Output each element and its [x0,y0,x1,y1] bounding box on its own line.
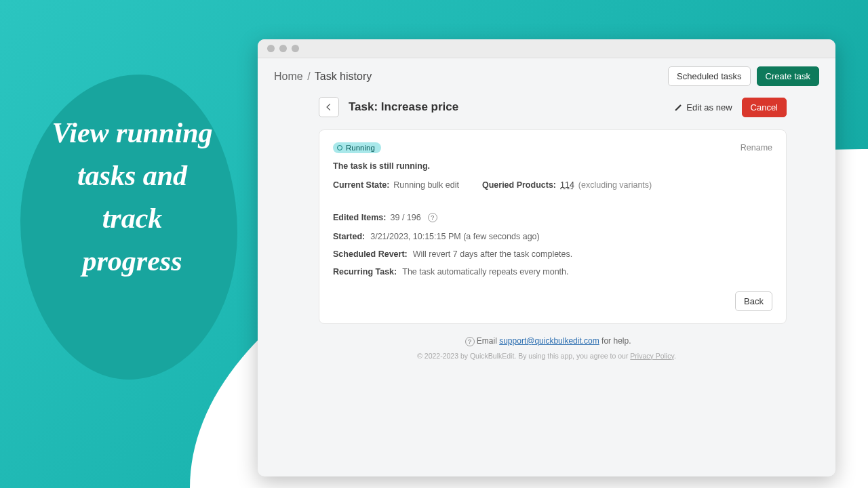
privacy-link[interactable]: Privacy Policy [630,352,674,360]
running-message: The task is still running. [333,161,772,171]
top-buttons: Scheduled tasks Create task [668,66,819,86]
breadcrumb-current: Task history [315,70,372,82]
edited-value: 39 / 196 [391,213,421,222]
recurring-label: Recurring Task: [333,267,397,277]
rename-link[interactable]: Rename [741,143,772,152]
current-state-label: Current State: [333,180,389,190]
status-badge: Running [333,142,381,153]
pencil-icon [674,103,683,112]
revert-label: Scheduled Revert: [333,249,408,259]
help-icon: ? [465,337,475,346]
copyright-text: © 2022-2023 by QuickBulkEdit. By using t… [417,352,630,360]
breadcrumb: Home / Task history [274,70,372,83]
scheduled-tasks-button[interactable]: Scheduled tasks [668,66,750,86]
traffic-light-close[interactable] [267,45,275,52]
copyright: © 2022-2023 by QuickBulkEdit. By using t… [258,352,835,360]
queried-link[interactable]: 114 [560,180,574,190]
promo-text: View running tasks and track progress [51,112,214,283]
window-titlebar [258,39,835,58]
edit-as-new-button[interactable]: Edit as new [674,102,732,113]
arrow-left-icon [324,102,334,112]
stats-line: Current State: Running bulk edit Queried… [333,180,772,222]
revert-value: Will revert 7 days after the task comple… [413,249,573,259]
task-title: Task: Increase price [349,100,458,114]
footer-help: ? Email support@quickbulkedit.com for he… [258,336,835,346]
edited-label: Edited Items: [333,213,387,222]
queried-paren: (excluding variants) [578,180,652,190]
recurring-value: The task automatically repeats every mon… [402,267,568,277]
copyright-end: . [674,352,676,360]
topbar: Home / Task history Scheduled tasks Crea… [258,58,835,94]
edit-as-new-label: Edit as new [686,102,732,113]
footer-suffix: for help. [599,336,631,346]
traffic-light-min[interactable] [279,45,287,52]
task-card: Running Rename The task is still running… [319,129,787,324]
footer-prefix: Email [477,336,499,346]
started-value: 3/21/2023, 10:15:15 PM (a few seconds ag… [370,232,539,241]
current-state-value: Running bulk edit [393,180,459,190]
app-window: Home / Task history Scheduled tasks Crea… [258,39,835,476]
started-label: Started: [333,232,365,241]
support-email-link[interactable]: support@quickbulkedit.com [499,336,599,346]
back-button[interactable]: Back [735,291,772,311]
task-header: Task: Increase price Edit as new Cancel [258,94,835,120]
back-arrow-button[interactable] [319,97,339,117]
breadcrumb-sep: / [307,70,310,82]
help-icon[interactable]: ? [428,213,437,222]
breadcrumb-home[interactable]: Home [274,70,303,82]
create-task-button[interactable]: Create task [757,66,819,86]
traffic-light-max[interactable] [292,45,299,52]
queried-label: Queried Products: [482,180,556,190]
cancel-button[interactable]: Cancel [742,98,787,117]
